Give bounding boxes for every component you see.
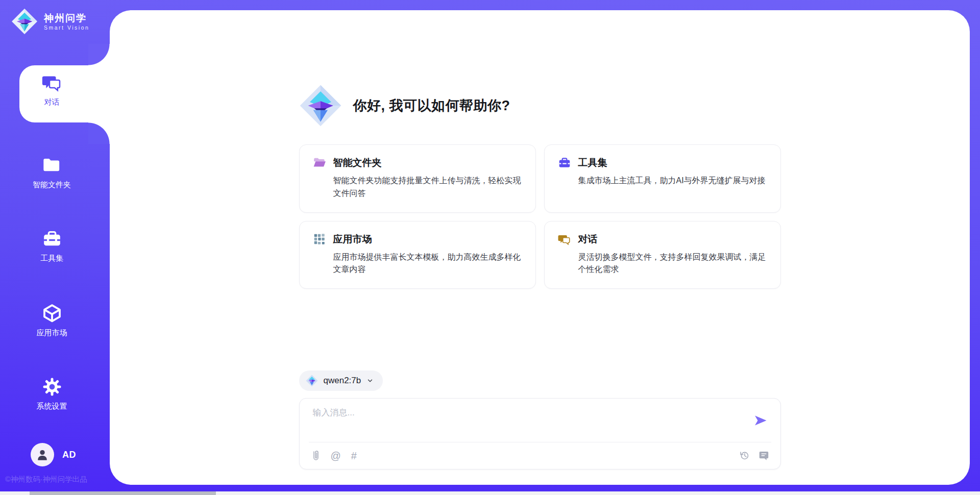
brand-text: 神州问学 Smart Vision	[44, 12, 89, 31]
grid-cube-icon	[313, 233, 326, 246]
feature-card-app-market[interactable]: 应用市场 应用市场提供丰富长文本模板，助力高效生成多样化文章内容	[299, 221, 536, 289]
sidebar-item-label: 工具集	[40, 254, 63, 263]
sidebar-item-smart-folder[interactable]: 智能文件夹	[0, 155, 110, 189]
model-gem-icon	[306, 375, 318, 387]
card-title: 对话	[578, 233, 598, 246]
send-icon	[753, 413, 768, 428]
message-input[interactable]	[312, 406, 732, 437]
model-selector[interactable]: qwen2:7b	[299, 370, 383, 391]
toolbox-icon	[558, 156, 571, 169]
brand-name: 神州问学	[44, 12, 89, 24]
mention-button[interactable]: @	[331, 451, 341, 461]
paperclip-icon	[311, 450, 321, 461]
history-button[interactable]	[739, 450, 750, 461]
card-description: 灵活切换多模型文件，支持多样回复效果调试，满足个性化需求	[578, 251, 767, 277]
cube-icon	[42, 303, 62, 324]
greeting-title: 你好, 我可以如何帮助你?	[353, 96, 510, 115]
message-composer: @ #	[299, 398, 781, 469]
greeting-block: 你好, 我可以如何帮助你?	[299, 84, 781, 127]
user-name: AD	[62, 450, 76, 460]
sidebar-item-label: 智能文件夹	[33, 180, 71, 189]
feature-card-toolset[interactable]: 工具集 集成市场上主流工具，助力AI与外界无缝扩展与对接	[544, 144, 781, 213]
sidebar-item-app-market[interactable]: 应用市场	[0, 303, 110, 337]
brand-gem-icon	[11, 8, 38, 35]
scrollbar-thumb[interactable]	[30, 491, 216, 495]
composer-divider	[309, 442, 771, 442]
folder-open-icon	[313, 156, 326, 169]
sidebar-item-label: 对话	[44, 97, 60, 107]
sidebar-item-chat[interactable]: 对话	[0, 72, 110, 107]
chat-icon	[42, 72, 62, 93]
brand-subtitle: Smart Vision	[44, 24, 89, 31]
sidebar-item-label: 应用市场	[37, 328, 67, 337]
copyright-text: ©神州数码·神州问学出品	[5, 475, 112, 484]
topic-button[interactable]: #	[351, 451, 357, 461]
horizontal-scrollbar[interactable]	[0, 491, 980, 495]
content-column: 你好, 我可以如何帮助你? 智能文件夹 智能文件夹功能支持批量文件上传与清洗，轻…	[299, 10, 781, 469]
history-icon	[739, 450, 750, 461]
person-icon	[35, 447, 50, 462]
at-icon: @	[331, 451, 341, 461]
folder-icon	[42, 155, 62, 176]
card-description: 智能文件夹功能支持批量文件上传与清洗，轻松实现文件问答	[333, 175, 522, 200]
user-profile[interactable]: AD	[31, 443, 76, 466]
conversations-button[interactable]	[758, 450, 769, 461]
card-title: 智能文件夹	[333, 156, 382, 169]
assistant-gem-icon	[299, 84, 342, 127]
attach-button[interactable]	[311, 450, 321, 461]
card-description: 应用市场提供丰富长文本模板，助力高效生成多样化文章内容	[333, 251, 522, 277]
card-title: 应用市场	[333, 233, 372, 246]
feature-card-smart-folder[interactable]: 智能文件夹 智能文件夹功能支持批量文件上传与清洗，轻松实现文件问答	[299, 144, 536, 213]
sidebar-item-settings[interactable]: 系统设置	[0, 377, 110, 411]
sidebar-item-toolset[interactable]: 工具集	[0, 229, 110, 263]
avatar	[31, 443, 54, 466]
gear-icon	[42, 377, 62, 397]
send-button[interactable]	[752, 412, 769, 431]
feature-card-chat[interactable]: 对话 灵活切换多模型文件，支持多样回复效果调试，满足个性化需求	[544, 221, 781, 289]
brand-logo: 神州问学 Smart Vision	[11, 8, 89, 35]
composer-tools-left: @ #	[311, 450, 357, 461]
model-name: qwen2:7b	[324, 376, 361, 386]
chat-icon	[558, 233, 571, 246]
chat-square-icon	[758, 450, 769, 461]
briefcase-icon	[42, 229, 62, 249]
composer-tools-right	[739, 450, 769, 461]
card-description: 集成市场上主流工具，助力AI与外界无缝扩展与对接	[578, 175, 767, 187]
card-title: 工具集	[578, 156, 607, 169]
sidebar-item-label: 系统设置	[37, 402, 67, 411]
hash-icon: #	[351, 451, 357, 461]
main-content: 你好, 我可以如何帮助你? 智能文件夹 智能文件夹功能支持批量文件上传与清洗，轻…	[110, 10, 970, 485]
feature-cards: 智能文件夹 智能文件夹功能支持批量文件上传与清洗，轻松实现文件问答 工具集 集成…	[299, 144, 781, 289]
sidebar: 神州问学 Smart Vision 对话 智能文件夹 工具集	[0, 0, 110, 495]
chevron-down-icon	[366, 377, 374, 384]
